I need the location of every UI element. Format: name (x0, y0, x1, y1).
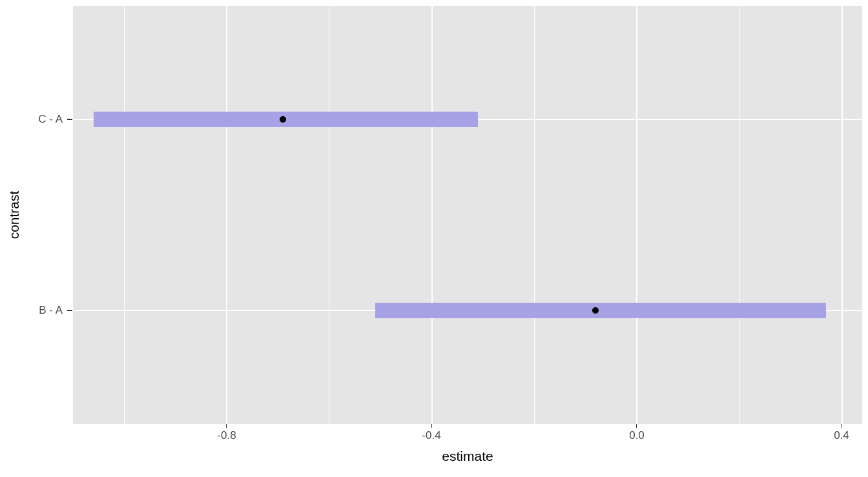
point-estimate-b-a (592, 307, 599, 314)
gridline-v-major (636, 6, 637, 424)
gridline-v-major (226, 6, 227, 424)
gridline-v-major (431, 6, 433, 424)
y-tick-label: C - A (38, 113, 63, 126)
x-axis-title: estimate (442, 449, 493, 464)
gridline-v-minor (739, 6, 739, 424)
x-tick (842, 424, 842, 428)
x-tick (636, 424, 637, 428)
plot-panel (73, 6, 862, 424)
y-tick-label: B - A (39, 304, 63, 317)
y-tick-dash (67, 119, 72, 120)
x-tick-label: 0.4 (834, 429, 849, 442)
x-tick-label: -0.8 (217, 429, 236, 442)
gridline-v-minor (329, 6, 329, 424)
x-tick (226, 424, 227, 428)
x-tick-label: 0.0 (629, 429, 645, 442)
gridline-v-minor (124, 6, 125, 424)
y-tick-dash (67, 310, 72, 311)
gridline-v-minor (534, 6, 535, 424)
x-tick-label: -0.4 (422, 429, 440, 442)
x-tick (431, 424, 432, 428)
chart-container: -0.8 -0.4 0.0 0.4 B - A C - A estimate c… (0, 0, 868, 477)
interval-bar-b-a (375, 303, 826, 318)
point-estimate-c-a (280, 116, 286, 123)
y-axis-title: contrast (6, 191, 22, 239)
gridline-v-major (842, 6, 843, 424)
